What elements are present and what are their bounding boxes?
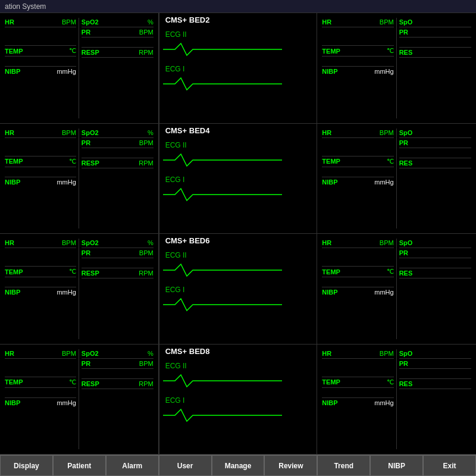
bed1-hr-unit: BPM — [62, 18, 76, 26]
bed3-spo2-label: SpO2 — [82, 129, 99, 136]
bed8r-nibp-row: NIBP mmHg — [322, 399, 393, 407]
bed8r-temp-row: TEMP ℃ — [322, 378, 393, 387]
bed7-nibp-row: NIBP mmHg — [5, 399, 76, 407]
bed6r-hr-unit: BPM — [380, 239, 394, 246]
bed4r-nibp-row: NIBP mmHg — [322, 178, 393, 186]
bed2r-temp-label: TEMP — [322, 48, 340, 55]
bed3-stats: HR BPM TEMP ℃ NIBP mmHg — [2, 126, 156, 231]
bed3-nibp-label: NIBP — [5, 178, 20, 186]
bed8r-pr-row: PR — [399, 359, 471, 368]
bed2r-hr-unit: BPM — [380, 18, 394, 26]
bed2-title: CMS+ BED2 — [163, 15, 314, 24]
bed6-ecg2-line — [163, 262, 314, 280]
bed6-right-stats: HR BPM TEMP ℃ NIBP mmHg — [320, 236, 474, 342]
alarm-button[interactable]: Alarm — [106, 455, 159, 476]
bed1-temp-label: TEMP — [5, 48, 23, 55]
bed3-nibp-row: NIBP mmHg — [5, 178, 76, 186]
bed3-resp-unit: RPM — [139, 159, 153, 167]
bed4-ecg2-label: ECG II — [165, 141, 314, 149]
bed4-title: CMS+ BED4 — [163, 126, 314, 135]
patient-button[interactable]: Patient — [53, 455, 106, 476]
bed6-title: CMS+ BED6 — [163, 236, 314, 245]
bed8-center: CMS+ BED8 ECG II ECG I — [159, 345, 318, 455]
bed8-ecg1-line — [163, 407, 314, 425]
bed6r-hr-row: HR BPM — [322, 239, 393, 247]
bed4r-hr-row: HR BPM — [322, 129, 393, 137]
bed1-right-stats: SpO2 % PR BPM RESP RPM — [79, 18, 154, 118]
bed2r-spo2-label: SpO — [399, 18, 413, 26]
bed6r-hr-label: HR — [322, 239, 331, 246]
bed1-stats: HR BPM TEMP ℃ NIBP mmHg — [2, 15, 156, 121]
bed4r-nibp-unit: mmHg — [374, 178, 393, 186]
bed3-pr-label: PR — [82, 139, 90, 146]
bed7-nibp-label: NIBP — [5, 399, 20, 406]
bed5-resp-label: RESP — [82, 270, 99, 277]
bed4r-temp-unit: ℃ — [387, 158, 394, 165]
bed7-monitor: HR BPM TEMP ℃ NIBP mmHg — [0, 345, 159, 455]
titlebar: ation System — [0, 0, 476, 13]
titlebar-text: ation System — [5, 2, 46, 11]
bed3-temp-unit: ℃ — [69, 158, 76, 165]
bed4r-pr-row: PR — [399, 139, 471, 147]
bed6r-temp-row: TEMP ℃ — [322, 267, 393, 276]
bed6r-temp-label: TEMP — [322, 268, 340, 275]
bed7-spo2-label: SpO2 — [82, 350, 99, 357]
bed2r-nibp-row: NIBP mmHg — [322, 67, 393, 76]
bed2r-hr-label: HR — [322, 18, 331, 26]
bed6r-resp-label: RES — [399, 270, 413, 277]
bed2r-hr-row: HR BPM — [322, 18, 393, 26]
bed8-ecg2-label: ECG II — [165, 362, 314, 370]
bed1-resp-unit: RPM — [139, 49, 153, 56]
bed8r-pr-label: PR — [399, 360, 408, 367]
bed5-spo2-unit: % — [148, 239, 154, 246]
bed6r-right-stats: SpO PR RES — [397, 239, 471, 339]
bed2-center: CMS+ BED2 ECG II ECG I — [159, 13, 318, 123]
bed6r-nibp-label: NIBP — [322, 289, 337, 296]
user-button[interactable]: User — [159, 455, 212, 476]
bed7-pr-row: PR BPM — [82, 359, 154, 368]
bed5-pr-unit: BPM — [139, 249, 154, 256]
bed8r-temp-unit: ℃ — [387, 378, 394, 386]
bed5-stats: HR BPM TEMP ℃ NIBP mmHg — [2, 236, 156, 342]
bed8r-resp-label: RES — [399, 380, 413, 387]
bed2r-spo2-row: SpO — [399, 18, 471, 26]
trend-button[interactable]: Trend — [317, 455, 370, 476]
bed4r-left-stats: HR BPM TEMP ℃ NIBP mmHg — [322, 129, 396, 229]
bed7-spo2-unit: % — [148, 350, 154, 357]
bed3-spo2-row: SpO2 % — [82, 129, 154, 137]
bed7-temp-label: TEMP — [5, 378, 23, 386]
bed8r-spo2-label: SpO — [399, 350, 413, 357]
bed3-monitor: HR BPM TEMP ℃ NIBP mmHg — [0, 124, 159, 234]
bed7-right-stats: SpO2 % PR BPM RESP RPM — [79, 349, 154, 450]
bed3-hr-label: HR — [5, 129, 14, 136]
bed7-hr-unit: BPM — [62, 350, 76, 357]
row-2: HR BPM TEMP ℃ NIBP mmHg — [0, 124, 476, 234]
bed3-pr-unit: BPM — [139, 139, 154, 146]
bed6-ecg2-waveform — [163, 262, 314, 278]
manage-button[interactable]: Manage — [212, 455, 265, 476]
nibp-button[interactable]: NIBP — [370, 455, 423, 476]
bed8-ecg2-waveform — [163, 372, 314, 389]
review-button[interactable]: Review — [264, 455, 317, 476]
bed4r-temp-label: TEMP — [322, 158, 340, 165]
display-button[interactable]: Display — [0, 455, 53, 476]
bed8r-left-stats: HR BPM TEMP ℃ NIBP mmHg — [322, 349, 396, 450]
bed1-spo2-unit: % — [148, 18, 154, 26]
bed7-spo2-row: SpO2 % — [82, 349, 154, 358]
bed6-ecg1-label: ECG I — [165, 286, 314, 294]
bed8r-hr-row: HR BPM — [322, 349, 393, 358]
bed6r-nibp-unit: mmHg — [374, 289, 393, 296]
bed1-pr-unit: BPM — [139, 29, 154, 36]
bed7-temp-unit: ℃ — [69, 378, 76, 386]
bed5-spo2-label: SpO2 — [82, 239, 99, 246]
bed1-spo2-label: SpO2 — [82, 18, 99, 26]
exit-button[interactable]: Exit — [423, 455, 476, 476]
bed1-pr-row: PR BPM — [82, 28, 154, 36]
bed4-ecg2-line — [163, 152, 314, 170]
bed7-resp-row: RESP RPM — [82, 380, 154, 388]
bed5-temp-unit: ℃ — [69, 268, 76, 275]
bed7-pr-label: PR — [82, 360, 90, 367]
bed1-hr-label: HR — [5, 18, 14, 26]
bed5-left-stats: HR BPM TEMP ℃ NIBP mmHg — [5, 239, 79, 339]
bed7-left-stats: HR BPM TEMP ℃ NIBP mmHg — [5, 349, 79, 450]
